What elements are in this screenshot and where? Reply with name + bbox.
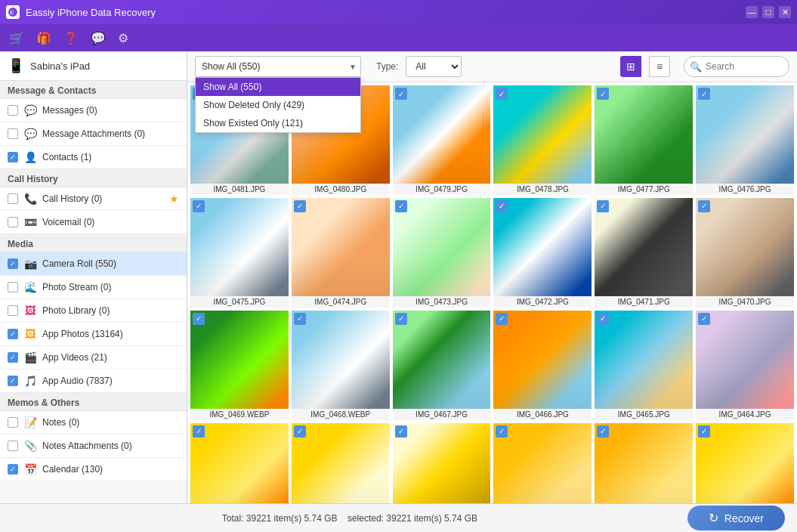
photo-name: IMG_0465.JPG — [595, 409, 693, 420]
photo-library-checkbox[interactable] — [8, 305, 18, 316]
photo-item[interactable]: ✓IMG_0462.JPG — [292, 423, 390, 503]
photo-item[interactable]: ✓IMG_0463.JPG — [190, 423, 289, 503]
app-audio-label: App Audio (7837) — [42, 376, 179, 386]
notes-attachments-label: Notes Attachments (0) — [42, 441, 179, 451]
photo-item[interactable]: ✓IMG_0465.JPG — [595, 311, 693, 420]
photo-check[interactable]: ✓ — [597, 313, 609, 325]
app-videos-checkbox[interactable]: ✓ — [8, 352, 18, 363]
chat-icon-btn[interactable]: 💬 — [91, 31, 106, 45]
filter-dropdown[interactable]: Show All (550) Show Deleted Only (429) S… — [195, 56, 361, 77]
photo-check[interactable]: ✓ — [698, 425, 710, 438]
photo-item[interactable]: ✓IMG_0459.JPG — [595, 423, 693, 503]
photo-stream-checkbox[interactable] — [8, 282, 18, 292]
photo-item[interactable]: ✓IMG_0458.JPG — [696, 423, 794, 503]
notes-checkbox[interactable] — [8, 417, 18, 428]
sidebar-item-notes-attachments[interactable]: 📎 Notes Attachments (0) — [0, 435, 187, 458]
photo-check[interactable]: ✓ — [496, 313, 508, 325]
sidebar-item-app-audio[interactable]: ✓ 🎵 App Audio (7837) — [0, 370, 187, 393]
recover-label: Recover — [724, 512, 764, 524]
close-btn[interactable]: ✕ — [779, 6, 791, 18]
sidebar-item-photo-stream[interactable]: 🌊 Photo Stream (0) — [0, 276, 187, 299]
photo-check[interactable]: ✓ — [193, 425, 205, 438]
device-item[interactable]: 📱 Sabina's iPad — [0, 51, 187, 81]
photo-item[interactable]: ✓IMG_0468.WEBP — [292, 311, 390, 420]
photo-check[interactable]: ✓ — [395, 88, 407, 100]
grid-view-btn[interactable]: ⊞ — [620, 56, 641, 77]
sidebar-item-calendar[interactable]: ✓ 📅 Calendar (130) — [0, 458, 187, 481]
photo-item[interactable]: ✓IMG_0479.JPG — [393, 85, 491, 195]
photo-check[interactable]: ✓ — [395, 425, 407, 438]
sidebar-item-call-history[interactable]: 📞 Call History (0) ★ — [0, 187, 187, 211]
minimize-btn[interactable]: — — [746, 6, 758, 18]
filter-option-all[interactable]: Show All (550) — [196, 78, 360, 96]
photo-check[interactable]: ✓ — [698, 88, 710, 100]
recover-button[interactable]: ↻ Recover — [687, 506, 785, 530]
photo-item[interactable]: ✓IMG_0461.JPG — [393, 423, 491, 503]
messages-checkbox[interactable] — [8, 105, 18, 116]
list-view-btn[interactable]: ≡ — [649, 56, 670, 77]
sidebar-item-camera-roll[interactable]: ✓ 📷 Camera Roll (550) — [0, 252, 187, 276]
photo-check[interactable]: ✓ — [294, 200, 306, 212]
type-dropdown[interactable]: All JPG PNG WEBP — [406, 56, 462, 77]
photo-item[interactable]: ✓IMG_0470.JPG — [696, 198, 794, 308]
sidebar-item-app-videos[interactable]: ✓ 🎬 App Videos (21) — [0, 346, 187, 370]
photo-check[interactable]: ✓ — [597, 88, 609, 100]
app-audio-checkbox[interactable]: ✓ — [8, 376, 18, 386]
notes-attachments-checkbox[interactable] — [8, 441, 18, 451]
photo-check[interactable]: ✓ — [294, 313, 306, 325]
calendar-checkbox[interactable]: ✓ — [8, 464, 18, 475]
photo-item[interactable]: ✓IMG_0473.JPG — [393, 198, 491, 308]
photo-check[interactable]: ✓ — [698, 200, 710, 212]
photo-check[interactable]: ✓ — [597, 200, 609, 212]
photo-check[interactable]: ✓ — [395, 200, 407, 212]
photo-item[interactable]: ✓IMG_0466.JPG — [493, 311, 592, 420]
sidebar-item-voicemail[interactable]: 📼 Voicemail (0) — [0, 211, 187, 234]
photo-item[interactable]: ✓IMG_0474.JPG — [292, 198, 390, 308]
section-header-memos: Memos & Others — [0, 393, 187, 411]
filter-option-deleted[interactable]: Show Deleted Only (429) — [196, 96, 360, 114]
filter-dropdown-container: Show All (550) Show Deleted Only (429) S… — [195, 56, 361, 77]
photo-item[interactable]: ✓IMG_0467.JPG — [393, 311, 491, 420]
photo-name: IMG_0469.WEBP — [190, 409, 289, 420]
help-icon-btn[interactable]: ❓ — [63, 31, 79, 45]
photo-item[interactable]: ✓IMG_0478.JPG — [493, 85, 592, 195]
photo-item[interactable]: ✓IMG_0476.JPG — [696, 85, 794, 195]
photo-item[interactable]: ✓IMG_0460.JPG — [493, 423, 592, 503]
sidebar-item-message-attachments[interactable]: 💬 Message Attachments (0) — [0, 122, 187, 146]
photo-item[interactable]: ✓IMG_0464.JPG — [696, 311, 794, 420]
voicemail-checkbox[interactable] — [8, 217, 18, 227]
app-videos-label: App Videos (21) — [42, 352, 179, 363]
settings-icon-btn[interactable]: ⚙ — [118, 31, 128, 45]
call-history-checkbox[interactable] — [8, 193, 18, 204]
camera-roll-icon: 📷 — [23, 256, 38, 271]
photo-item[interactable]: ✓IMG_0469.WEBP — [190, 311, 289, 420]
photo-item[interactable]: ✓IMG_0475.JPG — [190, 198, 289, 308]
photo-check[interactable]: ✓ — [496, 425, 508, 438]
app-photos-checkbox[interactable]: ✓ — [8, 329, 18, 339]
photo-check[interactable]: ✓ — [698, 313, 710, 325]
contacts-checkbox[interactable]: ✓ — [8, 152, 18, 162]
gift-icon-btn[interactable]: 🎁 — [36, 31, 51, 45]
maximize-btn[interactable]: □ — [762, 6, 774, 18]
photo-check[interactable]: ✓ — [193, 200, 205, 212]
filter-option-existed[interactable]: Show Existed Only (121) — [196, 114, 360, 132]
cart-icon-btn[interactable]: 🛒 — [9, 31, 24, 45]
photo-item[interactable]: ✓IMG_0471.JPG — [595, 198, 693, 308]
photo-item[interactable]: ✓IMG_0477.JPG — [595, 85, 693, 195]
sidebar-item-contacts[interactable]: ✓ 👤 Contacts (1) — [0, 146, 187, 169]
photo-check[interactable]: ✓ — [395, 313, 407, 325]
sidebar-item-messages[interactable]: 💬 Messages (0) — [0, 99, 187, 122]
search-input[interactable] — [684, 56, 789, 77]
sidebar-item-photo-library[interactable]: 🖼 Photo Library (0) — [0, 299, 187, 323]
sidebar-item-notes[interactable]: 📝 Notes (0) — [0, 411, 187, 435]
photo-check[interactable]: ✓ — [597, 425, 609, 438]
sidebar-item-app-photos[interactable]: ✓ 🖼 App Photos (13164) — [0, 323, 187, 346]
photo-check[interactable]: ✓ — [193, 313, 205, 325]
camera-roll-checkbox[interactable]: ✓ — [8, 258, 18, 269]
voicemail-label: Voicemail (0) — [42, 217, 179, 227]
photo-check[interactable]: ✓ — [496, 88, 508, 100]
photo-check[interactable]: ✓ — [496, 200, 508, 212]
photo-item[interactable]: ✓IMG_0472.JPG — [493, 198, 592, 308]
photo-check[interactable]: ✓ — [294, 425, 306, 438]
message-attachments-checkbox[interactable] — [8, 128, 18, 139]
